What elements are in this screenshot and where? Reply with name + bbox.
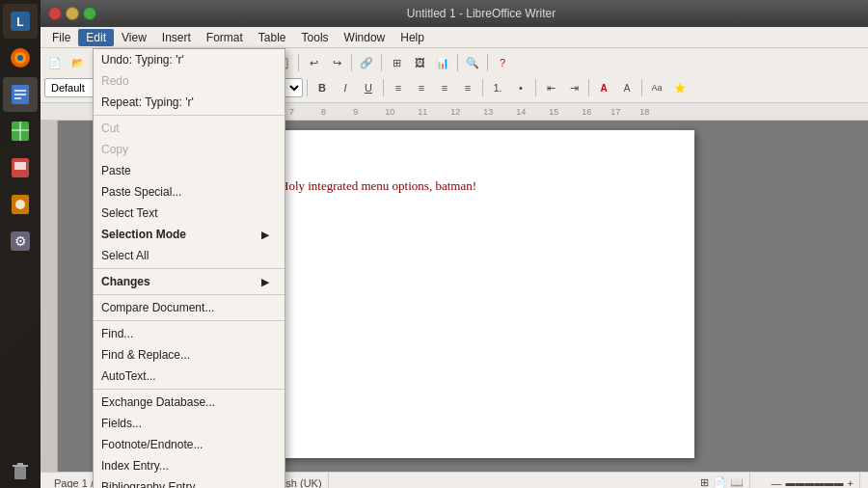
- menu-footnote-endnote[interactable]: Footnote/Endnote...: [94, 434, 285, 455]
- menu-tools[interactable]: Tools: [294, 29, 337, 46]
- draw-icon[interactable]: [3, 187, 38, 222]
- underline-button[interactable]: U: [358, 77, 379, 98]
- menu-fields[interactable]: Fields...: [94, 413, 285, 434]
- menu-copy[interactable]: Copy: [94, 139, 285, 160]
- separator-3: [94, 294, 285, 295]
- toolbar-separator-5: [351, 54, 352, 71]
- menu-redo[interactable]: Redo: [94, 70, 285, 92]
- highlight-button[interactable]: A: [616, 77, 637, 98]
- toolbar-separator-12: [383, 79, 384, 96]
- align-justify-button[interactable]: ≡: [457, 77, 478, 98]
- trash-icon[interactable]: [3, 453, 38, 488]
- toolbar-separator-11: [307, 79, 308, 96]
- styles-button[interactable]: ★: [669, 77, 691, 98]
- menu-format[interactable]: Format: [199, 29, 251, 46]
- menu-paste[interactable]: Paste: [94, 160, 285, 181]
- menu-selection-mode[interactable]: Selection Mode ▶: [94, 224, 285, 245]
- taskbar-left: L: [0, 0, 41, 488]
- separator-2: [94, 268, 285, 269]
- title-bar: Untitled 1 - LibreOffice Writer: [41, 0, 868, 27]
- svg-point-4: [17, 55, 23, 61]
- svg-point-15: [15, 200, 25, 209]
- insert-chart-button[interactable]: 📊: [432, 52, 453, 73]
- italic-button[interactable]: I: [335, 77, 356, 98]
- close-button[interactable]: [48, 7, 62, 20]
- hyperlink-button[interactable]: 🔗: [356, 52, 377, 73]
- writer-icon[interactable]: [3, 77, 38, 112]
- menu-changes[interactable]: Changes ▶: [94, 271, 285, 292]
- table-button[interactable]: ⊞: [386, 52, 407, 73]
- menu-find-replace[interactable]: Find & Replace...: [94, 344, 285, 366]
- align-right-button[interactable]: ≡: [434, 77, 455, 98]
- indent-increase-button[interactable]: ⇥: [563, 77, 584, 98]
- svg-text:⚙: ⚙: [14, 233, 27, 249]
- menu-file[interactable]: File: [44, 29, 78, 46]
- menu-view[interactable]: View: [114, 29, 154, 46]
- indent-decrease-button[interactable]: ⇤: [540, 77, 561, 98]
- help-button[interactable]: ?: [492, 52, 513, 73]
- edit-dropdown-menu: Undo: Typing: 'r' Redo Repeat: Typing: '…: [93, 48, 285, 488]
- left-margin-ruler: [41, 121, 58, 472]
- toolbar-separator-4: [298, 54, 299, 71]
- open-button[interactable]: 📂: [68, 52, 89, 73]
- toolbar-separator-14: [535, 79, 536, 96]
- separator-4: [94, 320, 285, 321]
- insert-image-button[interactable]: 🖼: [409, 52, 430, 73]
- menu-edit[interactable]: Edit: [78, 29, 114, 46]
- changes-arrow: ▶: [261, 277, 269, 287]
- menu-select-all[interactable]: Select All: [94, 245, 285, 266]
- menu-cut[interactable]: Cut: [94, 118, 285, 139]
- tools-icon[interactable]: ⚙: [3, 224, 38, 258]
- menu-paste-special[interactable]: Paste Special...: [94, 181, 285, 203]
- menu-index-entry[interactable]: Index Entry...: [94, 455, 285, 476]
- menu-repeat[interactable]: Repeat: Typing: 'r': [94, 92, 285, 113]
- minimize-button[interactable]: [66, 7, 79, 20]
- new-button[interactable]: 📄: [44, 52, 66, 73]
- document-page[interactable]: Holy integrated menu options, batman!: [231, 130, 694, 458]
- libreoffice-icon[interactable]: L: [3, 4, 38, 39]
- menu-find[interactable]: Find...: [94, 323, 285, 344]
- align-center-button[interactable]: ≡: [411, 77, 432, 98]
- numbering-button[interactable]: 1.: [487, 77, 508, 98]
- impress-icon[interactable]: [3, 150, 38, 185]
- find-button[interactable]: 🔍: [462, 52, 483, 73]
- menu-undo[interactable]: Undo: Typing: 'r': [94, 49, 285, 70]
- undo-button[interactable]: ↩: [303, 52, 324, 73]
- svg-rect-18: [14, 467, 26, 479]
- menu-autotext[interactable]: AutoText...: [94, 366, 285, 387]
- menu-insert[interactable]: Insert: [154, 29, 199, 46]
- svg-rect-13: [14, 162, 26, 170]
- window-controls: [48, 7, 96, 20]
- maximize-button[interactable]: [83, 7, 96, 20]
- toolbar-separator-8: [487, 54, 488, 71]
- menu-table[interactable]: Table: [251, 29, 294, 46]
- calc-icon[interactable]: [3, 114, 38, 149]
- toolbar-separator-6: [381, 54, 382, 71]
- menu-compare-document[interactable]: Compare Document...: [94, 297, 285, 318]
- toolbar-separator-15: [588, 79, 589, 96]
- character-style-button[interactable]: Aa: [646, 77, 667, 98]
- selection-mode-arrow: ▶: [261, 230, 269, 240]
- menu-exchange-database[interactable]: Exchange Database...: [94, 392, 285, 413]
- font-color-button[interactable]: A: [593, 77, 614, 98]
- view-controls[interactable]: ⊞ 📄 📖: [694, 473, 750, 488]
- zoom-control[interactable]: — ▬▬▬▬▬▬ +: [766, 473, 860, 488]
- svg-rect-19: [13, 465, 28, 467]
- bold-button[interactable]: B: [312, 77, 333, 98]
- menu-bibliography-entry[interactable]: Bibliography Entry...: [94, 476, 285, 488]
- toolbar-separator-13: [482, 79, 483, 96]
- menu-help[interactable]: Help: [393, 29, 432, 46]
- menu-window[interactable]: Window: [337, 29, 393, 46]
- separator-5: [94, 389, 285, 390]
- toolbar-separator-16: [641, 79, 642, 96]
- document-content[interactable]: Holy integrated menu options, batman!: [280, 178, 646, 194]
- toolbar-separator-7: [457, 54, 458, 71]
- firefox-icon[interactable]: [3, 41, 38, 75]
- svg-text:L: L: [16, 15, 23, 29]
- menu-bar: File Edit View Insert Format Table Tools…: [41, 27, 868, 48]
- redo-button[interactable]: ↪: [326, 52, 347, 73]
- window-title: Untitled 1 - LibreOffice Writer: [102, 7, 860, 20]
- menu-select-text[interactable]: Select Text: [94, 203, 285, 224]
- align-left-button[interactable]: ≡: [388, 77, 409, 98]
- bullets-button[interactable]: •: [510, 77, 531, 98]
